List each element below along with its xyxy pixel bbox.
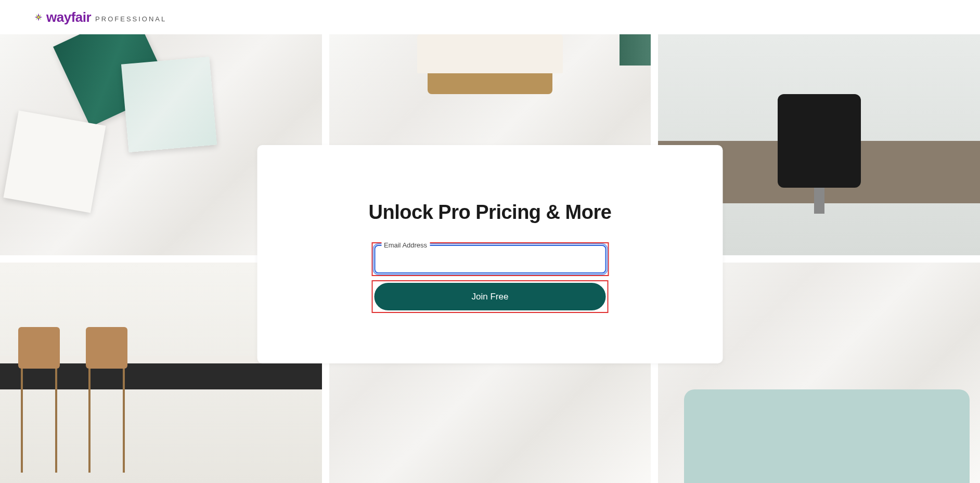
svg-point-0: [37, 16, 40, 18]
modal-title: Unlock Pro Pricing & More: [369, 201, 612, 224]
signup-modal: Unlock Pro Pricing & More Email Address …: [257, 145, 723, 363]
email-input[interactable]: [374, 245, 606, 273]
email-input-wrapper: Email Address: [374, 245, 606, 273]
logo-pinwheel-icon: [34, 12, 43, 22]
email-label: Email Address: [381, 241, 430, 249]
hero-section: Unlock Pro Pricing & More Email Address …: [0, 34, 980, 483]
brand-name: wayfair: [46, 9, 91, 25]
brand-logo[interactable]: wayfair PROFESSIONAL: [34, 9, 166, 25]
header: wayfair PROFESSIONAL: [0, 0, 980, 34]
join-button-highlight-box: Join Free: [372, 280, 609, 313]
join-free-button[interactable]: Join Free: [375, 283, 606, 310]
email-highlight-box: Email Address: [371, 242, 609, 276]
brand-subtitle: PROFESSIONAL: [95, 15, 166, 23]
